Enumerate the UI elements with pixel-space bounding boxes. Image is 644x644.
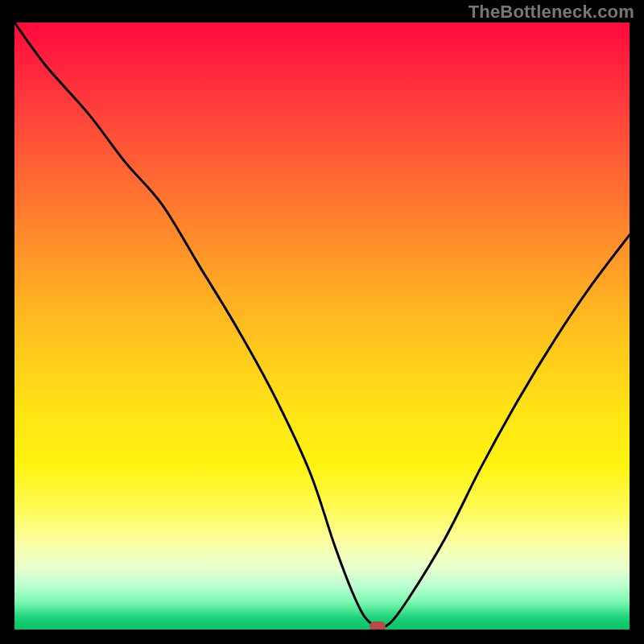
optimal-marker bbox=[369, 621, 386, 630]
bottleneck-curve bbox=[14, 23, 630, 630]
chart-frame: TheBottleneck.com bbox=[0, 0, 644, 644]
plot-area bbox=[14, 23, 630, 630]
watermark-text: TheBottleneck.com bbox=[469, 2, 634, 23]
